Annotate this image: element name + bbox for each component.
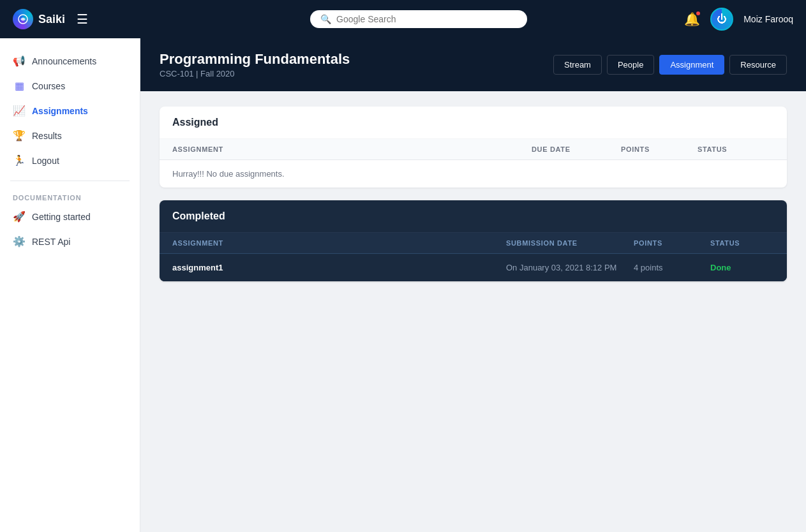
completed-col-points: POINTS [634,239,710,247]
logo-icon [13,9,33,29]
sidebar-item-announcements[interactable]: 📢 Announcements [0,48,140,73]
completed-col-status: STATUS [710,239,774,247]
assigned-table-header: ASSIGNMENT DUE DATE POINTS STATUS [160,139,787,160]
assigned-empty-row: Hurray!!! No due assignments. [160,160,787,188]
assigned-col-status: STATUS [698,145,774,153]
logo-area: Saiki ☰ [13,9,153,29]
power-icon: ⏻ [717,13,727,25]
completed-col-assignment: ASSIGNMENT [172,239,506,247]
nav-right: 🔔 ⏻ Moiz Farooq [684,8,793,31]
assigned-empty-message: Hurray!!! No due assignments. [172,169,774,179]
sidebar-item-courses[interactable]: ▦ Courses [0,73,140,98]
getting-started-icon: 🚀 [13,211,26,223]
completed-submission-date: On January 03, 2021 8:12 PM [506,263,634,272]
power-button[interactable]: ⏻ [710,8,733,31]
sidebar-label-logout: Logout [32,156,59,166]
completed-points: 4 points [634,263,710,272]
topnav: Saiki ☰ 🔍 🔔 ⏻ Moiz Farooq [0,0,806,38]
completed-table-header: ASSIGNMENT SUBMISSION DATE POINTS STATUS [160,233,787,254]
sidebar-label-assignments: Assignments [32,106,88,116]
sidebar-label-announcements: Announcements [32,56,96,66]
user-name: Moiz Farooq [743,14,793,24]
search-icon: 🔍 [320,14,331,24]
sidebar-item-results[interactable]: 🏆 Results [0,123,140,148]
sidebar-label-courses: Courses [32,81,65,91]
layout: 📢 Announcements ▦ Courses 📈 Assignments … [0,38,806,532]
search-input[interactable] [336,14,517,24]
notification-dot [695,10,701,17]
course-subtitle: CSC-101 | Fall 2020 [160,69,350,78]
assigned-col-due-date: DUE DATE [532,145,621,153]
sidebar-label-getting-started: Getting started [32,212,91,222]
sidebar: 📢 Announcements ▦ Courses 📈 Assignments … [0,38,140,532]
tab-stream[interactable]: Stream [553,55,602,75]
assigned-section: Assigned ASSIGNMENT DUE DATE POINTS STAT… [160,107,787,188]
notification-button[interactable]: 🔔 [684,11,700,27]
sidebar-item-getting-started[interactable]: 🚀 Getting started [0,204,140,229]
app-name: Saiki [38,13,65,26]
assigned-col-points: POINTS [621,145,698,153]
course-info: Programming Fundamentals CSC-101 | Fall … [160,51,350,78]
completed-assignment-name: assignment1 [172,263,506,272]
completed-col-submission-date: SUBMISSION DATE [506,239,634,247]
sidebar-divider [10,181,130,181]
content-area: Assigned ASSIGNMENT DUE DATE POINTS STAT… [140,91,806,297]
tab-assignment[interactable]: Assignment [659,55,724,75]
course-title: Programming Fundamentals [160,51,350,68]
sidebar-item-assignments[interactable]: 📈 Assignments [0,98,140,123]
completed-status: Done [710,263,774,272]
tab-people[interactable]: People [607,55,654,75]
search-box: 🔍 [310,10,527,28]
announcements-icon: 📢 [13,55,26,67]
completed-title: Completed [160,200,787,233]
sidebar-label-rest-api: REST Api [32,237,70,247]
logout-icon: 🏃 [13,154,26,166]
main-content: Programming Fundamentals CSC-101 | Fall … [140,38,806,532]
completed-table-row: assignment1 On January 03, 2021 8:12 PM … [160,254,787,281]
courses-icon: ▦ [13,80,26,92]
course-header: Programming Fundamentals CSC-101 | Fall … [140,38,806,91]
assignments-icon: 📈 [13,105,26,117]
hamburger-icon[interactable]: ☰ [77,11,88,27]
search-area: 🔍 [153,10,684,28]
rest-api-icon: ⚙️ [13,235,26,248]
results-icon: 🏆 [13,129,26,142]
sidebar-item-rest-api[interactable]: ⚙️ REST Api [0,229,140,254]
tab-resource[interactable]: Resource [729,55,787,75]
assigned-col-assignment: ASSIGNMENT [172,145,532,153]
sidebar-doc-label: DOCUMENTATION [0,189,140,204]
completed-section: Completed ASSIGNMENT SUBMISSION DATE POI… [160,200,787,281]
assigned-title: Assigned [160,107,787,139]
course-tabs: Stream People Assignment Resource [553,55,787,75]
sidebar-item-logout[interactable]: 🏃 Logout [0,148,140,173]
sidebar-label-results: Results [32,131,62,141]
